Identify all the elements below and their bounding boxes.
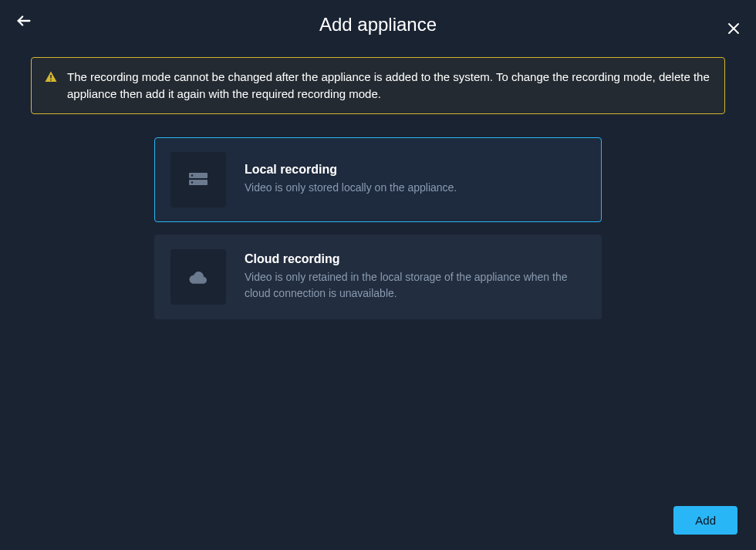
option-cloud-recording[interactable]: Cloud recording Video is only retained i… [154,235,602,319]
close-button[interactable] [727,22,741,35]
cloud-icon [188,270,208,284]
dialog-footer: Add [673,506,737,535]
close-icon [727,22,741,35]
option-title: Local recording [245,163,457,177]
warning-banner: The recording mode cannot be changed aft… [31,57,725,114]
option-content: Cloud recording Video is only retained i… [245,252,586,302]
warning-text: The recording mode cannot be changed aft… [67,69,712,103]
recording-options: Local recording Video is only stored loc… [154,137,602,319]
option-title: Cloud recording [245,252,586,266]
arrow-left-icon [15,12,32,29]
svg-rect-3 [50,75,52,79]
svg-rect-4 [50,79,52,81]
warning-icon [44,70,58,87]
svg-point-8 [191,181,193,183]
svg-point-7 [191,174,193,176]
option-icon-box [170,249,226,305]
option-local-recording[interactable]: Local recording Video is only stored loc… [154,137,602,222]
option-content: Local recording Video is only stored loc… [245,163,457,196]
dialog-header: Add appliance [0,0,756,49]
back-button[interactable] [15,12,32,29]
storage-icon [189,173,208,187]
option-description: Video is only retained in the local stor… [245,269,586,302]
option-description: Video is only stored locally on the appl… [245,180,457,196]
option-icon-box [170,152,226,208]
add-button[interactable]: Add [673,506,737,535]
dialog-title: Add appliance [319,14,437,35]
